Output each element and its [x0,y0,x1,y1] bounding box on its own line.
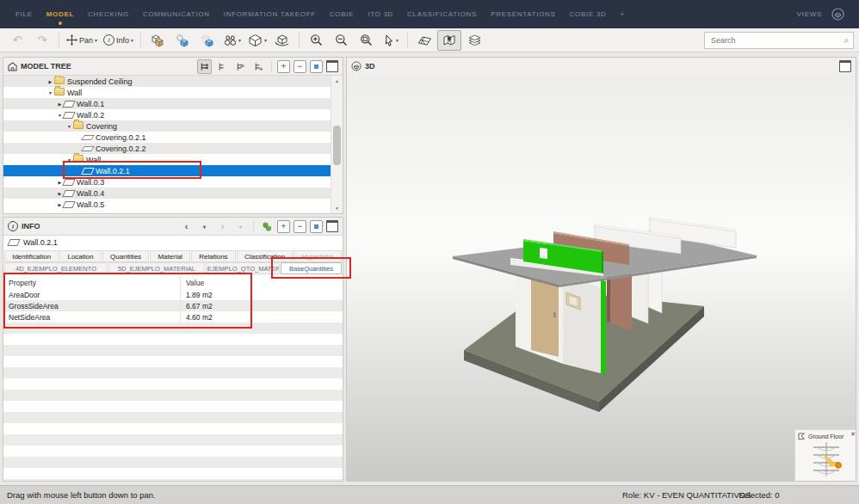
gear-cube-icon [175,34,190,47]
tree-expand-arrow-icon[interactable]: ▼ [46,90,54,95]
info-tab-material[interactable]: Material [150,250,190,262]
select-button[interactable]: ▾ [379,30,403,51]
menu-item-file[interactable]: FILE [9,0,40,28]
wall-icon [7,239,21,246]
property-row-netsidearea[interactable]: NetSideArea4.60 m2 [3,311,343,323]
redo-button[interactable]: ↷ [30,30,54,51]
menu-item-presentations[interactable]: PRESENTATIONS [484,0,562,28]
show-in-3d-button[interactable] [259,219,274,234]
binoculars-icon [224,34,237,46]
show-selected-button[interactable] [310,60,323,73]
info-expand-button[interactable]: + [277,220,290,233]
viewport-panel: 3D [346,57,856,482]
scroll-down-icon[interactable]: ▼ [331,203,343,213]
history-back-button[interactable]: ‹ [179,219,194,234]
info-tab-classification[interactable]: Classification [237,250,294,262]
tree-row-covering[interactable]: ▼Covering [3,120,331,132]
views-menu[interactable]: VIEWS [797,10,822,18]
tree-expand-arrow-icon[interactable]: ▼ [65,124,73,129]
find-button[interactable]: ▾ [220,30,244,51]
tree-row-wall-0-2[interactable]: ▼Wall.0.2 [3,109,331,120]
tree-row-wall-0-4[interactable]: ▶Wall.0.4 [3,187,331,199]
info-tab-5d-ejemplo-qto-material[interactable]: 5D_EJEMPLO_QTO_MATERIAL [206,262,280,274]
scrollbar-thumb[interactable] [333,126,341,165]
tree-row-wall-0-2-1[interactable]: Wall.0.2.1 [3,165,331,176]
info-tab-quantities[interactable]: Quantities [102,250,149,262]
rotate-view-button[interactable] [270,30,294,51]
zoom-in-button[interactable] [304,30,328,51]
info-tab-identification[interactable]: Identification [4,250,59,262]
tree-expand-arrow-icon[interactable]: ▶ [46,79,54,84]
history-back-caret-icon[interactable]: ▾ [197,219,212,234]
info-tab-basequantities[interactable]: BaseQuantities [281,262,342,274]
viewport-3d-canvas[interactable]: Ground Floor ✕ [347,75,856,481]
menu-item-communication[interactable]: COMMUNICATION [136,0,217,28]
menu-item-classifications[interactable]: CLASSIFICATIONS [400,0,484,28]
view-presets-button[interactable]: ▾ [245,30,269,51]
info-button[interactable]: i Info ▾ [101,30,136,51]
3d-model[interactable] [347,75,856,481]
info-tab-5d-ejemplo-material[interactable]: 5D_EJEMPLO_MATERIAL [108,262,205,274]
history-forward-button[interactable]: › [215,219,230,234]
expand-all-button[interactable]: + [277,60,290,73]
transparent-cube-button[interactable] [195,30,219,51]
property-row-areadoor[interactable]: AreaDoor1.89 m2 [3,289,343,300]
tree-row-wall[interactable]: ▼Wall [3,154,331,165]
tree-row-wall[interactable]: ▼Wall [3,87,331,98]
storey-selector-icon[interactable] [798,440,855,478]
search-input[interactable] [709,35,840,46]
menu-item-model[interactable]: MODEL [40,0,81,28]
tree-row-wall-0-1[interactable]: ▶Wall.0.1 [3,98,331,109]
settings-cube-button[interactable] [170,30,195,51]
tree-view-flat-button[interactable] [215,59,230,74]
info-pin-button[interactable] [310,220,323,233]
info-maximize-button[interactable] [326,220,338,232]
info-object-name: Wall.0.2.1 [23,238,58,247]
model-tree-maximize-button[interactable] [326,60,338,72]
scroll-up-icon[interactable]: ▲ [331,76,343,86]
tree-row-suspended-ceiling[interactable]: ▶Suspended Ceiling [3,76,331,87]
floor-plan-button[interactable] [437,30,461,51]
tree-item-label: Wall.0.2.1 [96,167,130,175]
pan-button[interactable]: Pan ▾ [64,30,100,51]
search-icon[interactable]: ⌕ [844,35,849,46]
tree-row-covering-0-2-1[interactable]: Covering.0.2.1 [3,132,331,143]
menu-item-[interactable]: + [614,0,632,28]
tree-row-wall-0-5[interactable]: ▶Wall.0.5 [3,199,331,210]
menu-item-label: COMMUNICATION [143,10,210,18]
tree-row-covering-0-2-2[interactable]: Covering.0.2.2 [3,143,331,154]
find-caret-icon: ▾ [238,38,241,43]
viewport-maximize-button[interactable] [839,60,851,72]
menu-item-cobie-3d[interactable]: COBIE 3D [563,0,614,28]
property-row-grosssidearea[interactable]: GrossSideArea6.67 m2 [3,300,343,311]
menu-item-ito-3d[interactable]: ITO 3D [361,0,400,28]
zoom-window-button[interactable] [354,30,378,51]
zoom-in-icon [310,34,323,46]
layers-button[interactable] [462,30,486,51]
tree-expand-arrow-icon[interactable]: ▼ [65,157,73,163]
history-forward-caret-icon[interactable]: ▾ [233,219,248,234]
info-tab-location[interactable]: Location [59,250,102,262]
menu-item-cobie[interactable]: COBIE [323,0,361,28]
tree-view-locate-button[interactable] [251,59,266,74]
info-tab-4d-ejemplo-elemento[interactable]: 4D_EJEMPLO_ELEMENTO [4,262,108,274]
menu-item-information-takeoff[interactable]: INFORMATION TAKEOFF [217,0,323,28]
collapse-all-button[interactable]: − [294,60,306,73]
pan-label: Pan [79,36,93,45]
info-tab-relations[interactable]: Relations [191,250,236,262]
tree-row-wall-0-3[interactable]: ▶Wall.0.3 [3,176,331,187]
section-plane-button[interactable] [412,30,436,51]
3d-cube-icon [351,61,362,71]
info-collapse-button[interactable]: − [294,220,306,233]
info-tab-hyperlinks[interactable]: Hyperlinks [294,250,342,262]
tree-view-grouped-button[interactable] [233,59,248,74]
tree-scrollbar[interactable]: ▲ ▼ [331,76,343,213]
views-cube-icon[interactable] [831,7,845,22]
zoom-out-button[interactable] [329,30,353,51]
tree-view-hierarchy-button[interactable] [197,59,212,74]
menu-item-checking[interactable]: CHECKING [81,0,136,28]
hide-objects-button[interactable] [145,30,170,51]
close-icon[interactable]: ✕ [850,431,856,437]
floor-selector-widget[interactable]: Ground Floor ✕ [794,429,856,481]
undo-button[interactable]: ↶ [5,30,29,51]
